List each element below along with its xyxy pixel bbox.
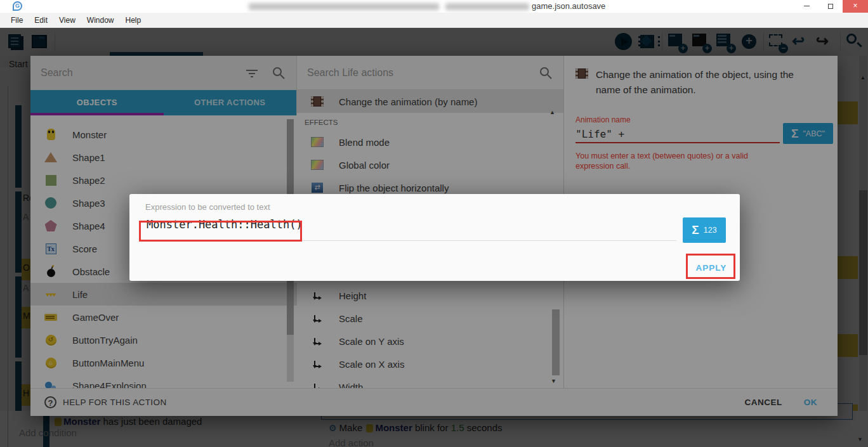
minimize-button[interactable] [794,0,819,13]
blurred-path [445,3,529,10]
gdevelop-logo-icon: G [13,1,22,11]
window-title: game.json.autosave [532,1,605,11]
menu-file[interactable]: File [5,14,29,27]
expression-label: Expression to be converted to text [145,202,270,212]
expression-input[interactable] [147,218,629,231]
maximize-button[interactable] [819,0,843,13]
title-bar: G game.json.autosave × [0,0,868,13]
numeric-expression-builder-button[interactable]: Σ 123 [683,217,726,243]
gdevelop-window: + + + + − ↩ ↩ Start Page Re A O A M H ▲ [0,0,868,447]
expression-editor-modal: Expression to be converted to text Σ 123… [129,194,740,281]
menu-edit[interactable]: Edit [29,14,53,27]
sigma-icon: Σ [692,223,699,237]
menu-help[interactable]: Help [120,14,147,27]
apply-button[interactable]: APPLY [687,256,736,279]
menu-window[interactable]: Window [81,14,120,27]
menu-bar: File Edit View Window Help [0,13,868,28]
blurred-path [249,3,439,10]
close-button[interactable]: × [843,0,868,13]
menu-view[interactable]: View [53,14,81,27]
